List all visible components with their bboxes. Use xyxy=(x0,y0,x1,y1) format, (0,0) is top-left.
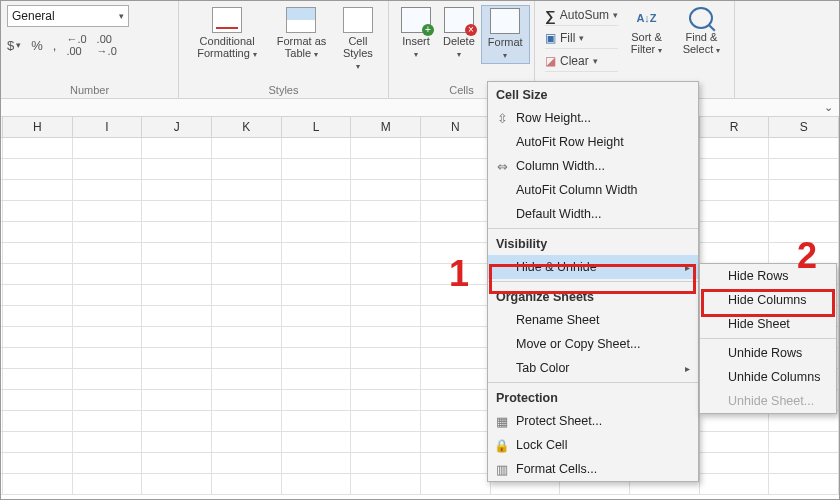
grid-row[interactable] xyxy=(1,159,839,180)
cell-styles-button[interactable]: Cell Styles ▾ xyxy=(334,5,382,74)
row-height-icon: ⇳ xyxy=(494,110,510,126)
sort-filter-button[interactable]: A↓Z Sort & Filter ▾ xyxy=(622,5,671,72)
chevron-down-icon: ▾ xyxy=(119,11,124,21)
submenu-unhide-rows[interactable]: Unhide Rows xyxy=(700,341,836,365)
menu-move-copy-sheet[interactable]: Move or Copy Sheet... xyxy=(488,332,698,356)
number-format-combo[interactable]: General ▾ xyxy=(7,5,129,27)
menu-row-height[interactable]: ⇳Row Height... xyxy=(488,106,698,130)
submenu-unhide-sheet: Unhide Sheet... xyxy=(700,389,836,413)
format-as-table-icon xyxy=(286,7,316,33)
col-header[interactable]: I xyxy=(73,117,143,137)
col-header[interactable]: R xyxy=(700,117,770,137)
grid-row[interactable] xyxy=(1,201,839,222)
menu-default-width[interactable]: Default Width... xyxy=(488,202,698,226)
insert-button[interactable]: Insert▾ xyxy=(395,5,437,64)
column-width-icon: ⇔ xyxy=(494,158,510,174)
menu-section-organize: Organize Sheets xyxy=(488,284,698,308)
conditional-formatting-icon xyxy=(212,7,242,33)
col-header[interactable]: M xyxy=(351,117,421,137)
menu-rename-sheet[interactable]: Rename Sheet xyxy=(488,308,698,332)
col-header[interactable]: J xyxy=(142,117,212,137)
group-number: General ▾ $ ▾ % , ←.0.00 .00→.0 Number xyxy=(1,1,179,98)
menu-protect-sheet[interactable]: ▦Protect Sheet... xyxy=(488,409,698,433)
clear-button[interactable]: ◪ Clear ▾ xyxy=(545,51,618,72)
magnifier-icon xyxy=(689,7,713,29)
menu-column-width[interactable]: ⇔Column Width... xyxy=(488,154,698,178)
delete-cells-icon xyxy=(444,7,474,33)
submenu-hide-columns[interactable]: Hide Columns xyxy=(700,288,836,312)
format-as-table-button[interactable]: Format as Table ▾ xyxy=(269,5,334,74)
grid-row[interactable] xyxy=(1,474,839,495)
conditional-formatting-button[interactable]: Conditional Formatting ▾ xyxy=(185,5,269,74)
col-header[interactable]: S xyxy=(769,117,839,137)
protect-sheet-icon: ▦ xyxy=(494,413,510,429)
menu-tab-color[interactable]: Tab Color▸ xyxy=(488,356,698,380)
col-header[interactable]: L xyxy=(282,117,352,137)
comma-button[interactable]: , xyxy=(53,33,57,57)
lock-icon: 🔒 xyxy=(494,437,510,453)
menu-autofit-col[interactable]: AutoFit Column Width xyxy=(488,178,698,202)
column-headers: H I J K L M N R S xyxy=(1,117,839,138)
menu-section-visibility: Visibility xyxy=(488,231,698,255)
grid-row[interactable] xyxy=(1,411,839,432)
hide-unhide-submenu: Hide Rows Hide Columns Hide Sheet Unhide… xyxy=(699,263,837,414)
formula-bar-collapse[interactable]: ⌄ xyxy=(1,99,839,117)
submenu-arrow-icon: ▸ xyxy=(685,363,690,374)
group-label-styles: Styles xyxy=(185,83,382,97)
grid-row[interactable] xyxy=(1,453,839,474)
number-format-value: General xyxy=(12,9,55,23)
group-styles: Conditional Formatting ▾ Format as Table… xyxy=(179,1,389,98)
group-label-number: Number xyxy=(7,83,172,97)
delete-button[interactable]: Delete▾ xyxy=(437,5,481,64)
format-button[interactable]: Format▾ xyxy=(481,5,530,64)
find-select-button[interactable]: Find & Select ▾ xyxy=(675,5,728,72)
currency-button[interactable]: $ ▾ xyxy=(7,33,21,57)
eraser-icon: ◪ xyxy=(545,54,556,68)
cell-styles-icon xyxy=(343,7,373,33)
menu-lock-cell[interactable]: 🔒Lock Cell xyxy=(488,433,698,457)
grid-row[interactable] xyxy=(1,180,839,201)
number-mini-buttons: $ ▾ % , ←.0.00 .00→.0 xyxy=(7,33,172,57)
grid-row[interactable] xyxy=(1,243,839,264)
menu-section-cell-size: Cell Size xyxy=(488,82,698,106)
submenu-arrow-icon: ▸ xyxy=(685,262,690,273)
menu-section-protection: Protection xyxy=(488,385,698,409)
grid-row[interactable] xyxy=(1,138,839,159)
fill-button[interactable]: ▣ Fill ▾ xyxy=(545,28,618,49)
menu-format-cells[interactable]: ▥Format Cells... xyxy=(488,457,698,481)
annotation-number-2: 2 xyxy=(797,235,817,277)
sigma-icon: ∑ xyxy=(545,7,556,24)
submenu-hide-sheet[interactable]: Hide Sheet xyxy=(700,312,836,336)
annotation-number-1: 1 xyxy=(449,253,469,295)
format-cells-icon xyxy=(490,8,520,34)
grid-row[interactable] xyxy=(1,222,839,243)
col-header[interactable]: H xyxy=(3,117,73,137)
sort-icon: A↓Z xyxy=(635,7,659,29)
increase-decimal-button[interactable]: ←.0.00 xyxy=(66,33,86,57)
ribbon: General ▾ $ ▾ % , ←.0.00 .00→.0 Number C… xyxy=(1,1,839,99)
col-header[interactable]: N xyxy=(421,117,491,137)
chevron-down-icon: ▾ xyxy=(16,40,21,50)
decrease-decimal-button[interactable]: .00→.0 xyxy=(97,33,117,57)
format-cells-dialog-icon: ▥ xyxy=(494,461,510,477)
submenu-unhide-columns[interactable]: Unhide Columns xyxy=(700,365,836,389)
insert-cells-icon xyxy=(401,7,431,33)
autosum-button[interactable]: ∑ AutoSum ▾ xyxy=(545,5,618,26)
percent-button[interactable]: % xyxy=(31,33,43,57)
format-dropdown-menu: Cell Size ⇳Row Height... AutoFit Row Hei… xyxy=(487,81,699,482)
menu-autofit-row[interactable]: AutoFit Row Height xyxy=(488,130,698,154)
grid-row[interactable] xyxy=(1,432,839,453)
chevron-down-icon: ⌄ xyxy=(824,101,833,114)
menu-hide-unhide[interactable]: Hide & Unhide▸ xyxy=(488,255,698,279)
col-header[interactable]: K xyxy=(212,117,282,137)
fill-down-icon: ▣ xyxy=(545,31,556,45)
